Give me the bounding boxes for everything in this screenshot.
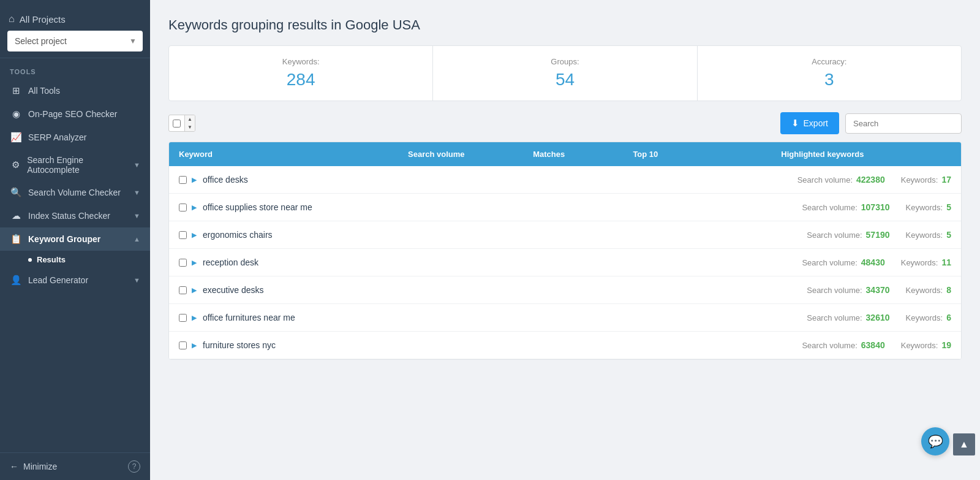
row-checkbox[interactable] [179, 176, 187, 184]
page-title: Keywords grouping results in Google USA [168, 17, 962, 33]
row-checkbox[interactable] [179, 314, 187, 322]
keywords-count-label: Keywords: [901, 258, 938, 267]
header-keyword: Keyword [179, 150, 372, 159]
groups-label: Groups: [439, 57, 690, 66]
sidebar-item-search-engine-autocomplete[interactable]: ⚙ Search Engine Autocomplete ▼ [0, 149, 150, 181]
search-volume-label: Search volume: [807, 313, 862, 322]
minimize-label: Minimize [23, 462, 57, 471]
row-expand-icon[interactable]: ▶ [192, 176, 197, 184]
row-expand-icon[interactable]: ▶ [192, 314, 197, 322]
chevron-down-icon: ▼ [134, 189, 140, 196]
row-expand-icon[interactable]: ▶ [192, 286, 197, 294]
row-expand-icon[interactable]: ▶ [192, 259, 197, 267]
stats-bar: Keywords: 284 Groups: 54 Accuracy: 3 [168, 45, 962, 101]
row-checkbox[interactable] [179, 231, 187, 239]
search-volume-icon: 🔍 [10, 187, 22, 198]
sidebar-item-all-tools[interactable]: ⊞ All Tools [0, 79, 150, 102]
row-expand-icon[interactable]: ▶ [192, 231, 197, 239]
row-checkbox[interactable] [179, 204, 187, 211]
keyword-table: Keyword Search volume Matches Top 10 Hig… [168, 142, 962, 360]
row-meta: Search volume: 32610 Keywords: 6 [807, 313, 951, 322]
row-keyword: office desks [203, 175, 797, 185]
all-projects-link[interactable]: ⌂ All Projects [7, 10, 143, 31]
sidebar-item-serp-analyzer[interactable]: 📈 SERP Analyzer [0, 126, 150, 149]
keywords-count-value: 8 [946, 285, 951, 295]
sidebar-item-label: On-Page SEO Checker [28, 109, 118, 119]
grid-icon: ⊞ [10, 85, 22, 96]
table-body: ▶ office desks Search volume: 422380 Key… [169, 166, 961, 359]
lead-generator-icon: 👤 [10, 275, 22, 286]
export-icon: ⬇ [791, 118, 799, 129]
search-input[interactable] [845, 113, 962, 134]
table-row[interactable]: ▶ ergonomics chairs Search volume: 57190… [169, 221, 961, 249]
accuracy-value: 3 [704, 70, 955, 90]
sidebar-item-label: Search Volume Checker [28, 188, 121, 197]
sidebar-item-label: SERP Analyzer [28, 132, 86, 142]
keywords-value: 284 [175, 70, 426, 90]
table-row[interactable]: ▶ reception desk Search volume: 48430 Ke… [169, 249, 961, 276]
accuracy-label: Accuracy: [704, 57, 955, 66]
header-highlighted: Highlighted keywords [694, 150, 951, 159]
search-volume-value: 34370 [866, 285, 890, 295]
row-expand-icon[interactable]: ▶ [192, 341, 197, 349]
export-label: Export [804, 118, 828, 128]
keywords-count-value: 5 [946, 202, 951, 212]
sidebar-item-lead-generator[interactable]: 👤 Lead Generator ▼ [0, 269, 150, 292]
search-volume-value: 32610 [866, 313, 890, 322]
table-header: Keyword Search volume Matches Top 10 Hig… [169, 142, 961, 166]
row-meta: Search volume: 34370 Keywords: 8 [807, 285, 951, 295]
scroll-top-button[interactable]: ▲ [953, 433, 975, 455]
search-volume-label: Search volume: [807, 286, 862, 295]
spinner-down-button[interactable]: ▼ [185, 123, 195, 131]
chevron-down-icon: ▼ [134, 161, 140, 169]
search-volume-value: 57190 [866, 230, 890, 240]
checkbox-spinner[interactable]: ▲ ▼ [168, 115, 195, 132]
table-row[interactable]: ▶ office desks Search volume: 422380 Key… [169, 166, 961, 194]
keywords-count-value: 11 [941, 257, 951, 267]
sidebar-item-label: Index Status Checker [28, 211, 110, 221]
table-row[interactable]: ▶ office furnitures near me Search volum… [169, 304, 961, 332]
sidebar-item-keyword-grouper[interactable]: 📋 Keyword Grouper ▲ [0, 227, 150, 251]
spinner-up-button[interactable]: ▲ [185, 115, 195, 123]
row-meta: Search volume: 107310 Keywords: 5 [802, 202, 951, 212]
row-meta: Search volume: 57190 Keywords: 5 [807, 230, 951, 240]
search-volume-label: Search volume: [797, 175, 853, 185]
index-icon: ☁ [10, 210, 22, 221]
spinner-buttons: ▲ ▼ [184, 115, 195, 131]
sidebar-item-on-page-seo[interactable]: ◉ On-Page SEO Checker [0, 102, 150, 126]
home-icon: ⌂ [9, 13, 15, 25]
search-volume-value: 63840 [861, 340, 885, 350]
keywords-label: Keywords: [175, 57, 426, 66]
main-content: Keywords grouping results in Google USA … [150, 0, 980, 480]
row-checkbox[interactable] [179, 286, 187, 294]
sidebar-item-index-status-checker[interactable]: ☁ Index Status Checker ▼ [0, 204, 150, 227]
tools-section-label: TOOLS [0, 58, 150, 79]
row-checkbox[interactable] [179, 259, 187, 267]
select-all-checkbox[interactable] [173, 120, 181, 128]
select-project-dropdown[interactable]: Select project [7, 31, 143, 51]
sidebar-subitem-results[interactable]: Results [0, 251, 150, 269]
row-expand-icon[interactable]: ▶ [192, 204, 197, 211]
table-row[interactable]: ▶ office supplies store near me Search v… [169, 194, 961, 221]
sidebar-item-search-volume-checker[interactable]: 🔍 Search Volume Checker ▼ [0, 181, 150, 204]
export-button[interactable]: ⬇ Export [780, 112, 839, 134]
row-keyword: office supplies store near me [203, 202, 802, 212]
keywords-count-label: Keywords: [901, 341, 938, 350]
row-keyword: ergonomics chairs [203, 230, 807, 240]
keywords-count-label: Keywords: [906, 286, 943, 295]
header-matches: Matches [500, 150, 597, 159]
keywords-count-value: 5 [946, 230, 951, 240]
stat-accuracy: Accuracy: 3 [698, 46, 961, 101]
chat-button[interactable]: 💬 [921, 427, 949, 455]
stat-groups: Groups: 54 [433, 46, 697, 101]
sidebar-minimize[interactable]: ← Minimize ? [0, 452, 150, 480]
keyword-grouper-icon: 📋 [10, 234, 22, 245]
row-checkbox[interactable] [179, 341, 187, 349]
stat-keywords: Keywords: 284 [169, 46, 433, 101]
sidebar-nav: TOOLS ⊞ All Tools ◉ On-Page SEO Checker … [0, 58, 150, 452]
table-row[interactable]: ▶ executive desks Search volume: 34370 K… [169, 276, 961, 304]
arrow-left-icon: ← [10, 462, 18, 471]
table-row[interactable]: ▶ furniture stores nyc Search volume: 63… [169, 332, 961, 359]
help-icon[interactable]: ? [128, 460, 140, 473]
header-search-volume: Search volume [372, 150, 500, 159]
